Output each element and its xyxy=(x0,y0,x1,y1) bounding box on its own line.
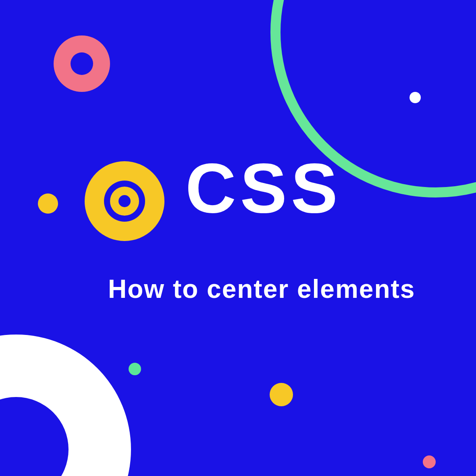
yellow-dot-mid-shape xyxy=(270,383,293,406)
pink-dot-shape xyxy=(423,455,436,468)
page-subtitle: How to center elements xyxy=(108,274,415,304)
white-dot-shape xyxy=(409,92,421,103)
pink-donut-shape xyxy=(54,35,110,92)
yellow-target-shape xyxy=(85,161,164,241)
yellow-dot-small-shape xyxy=(38,193,58,214)
green-dot-shape xyxy=(129,363,141,375)
page-title: CSS xyxy=(185,153,342,223)
white-donut-shape xyxy=(0,335,131,476)
